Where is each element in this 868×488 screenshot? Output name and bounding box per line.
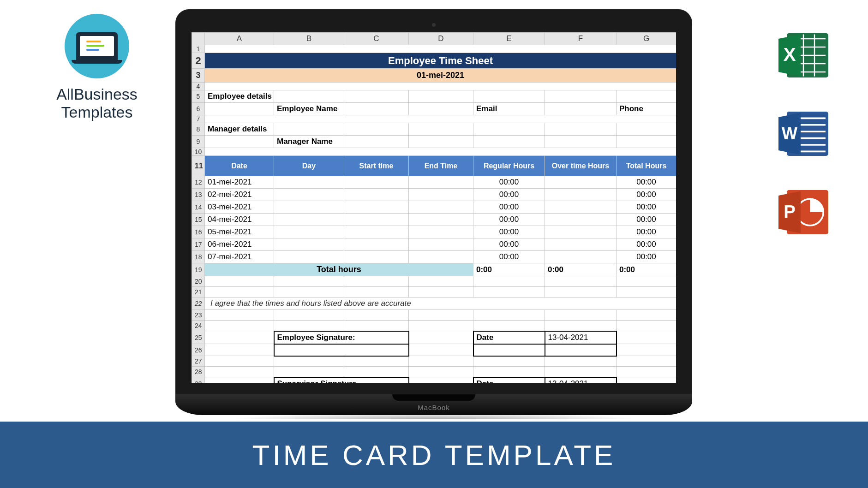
filetype-icons: X W P: [776, 28, 831, 240]
table-row: 1201-mei-202100:0000:00: [192, 176, 676, 189]
spreadsheet-table[interactable]: A B C D E F G 1 2Employee Time Sheet 301…: [192, 32, 676, 383]
bottom-banner: TIME CARD TEMPLATE: [0, 419, 868, 488]
total-total: 0:00: [617, 263, 676, 276]
col-f[interactable]: F: [545, 33, 617, 45]
table-row: 1706-mei-202100:0000:00: [192, 238, 676, 251]
sheet-title: Employee Time Sheet: [205, 53, 676, 69]
col-c[interactable]: C: [344, 33, 409, 45]
table-row: 1605-mei-202100:0000:00: [192, 226, 676, 238]
phone-label: Phone: [617, 103, 676, 115]
supervisor-signature-label[interactable]: Supervisor Signature: [274, 377, 409, 383]
powerpoint-icon: P: [776, 184, 831, 240]
logo-circle-icon: [65, 14, 129, 78]
period-date: 01-mei-2021: [205, 69, 676, 83]
banner-title: TIME CARD TEMPLATE: [252, 439, 616, 471]
svg-text:W: W: [782, 124, 797, 143]
table-row: 1807-mei-202100:0000:00: [192, 251, 676, 263]
svg-text:X: X: [783, 44, 796, 65]
col-g[interactable]: G: [617, 33, 676, 45]
hdr-day: Day: [274, 156, 344, 176]
employee-signature-label[interactable]: Employee Signature:: [274, 331, 409, 344]
brand-line2: Templates: [37, 103, 157, 121]
date-label-1: Date: [473, 331, 545, 344]
email-label: Email: [473, 103, 545, 115]
laptop-mockup: A B C D E F G 1 2Employee Time Sheet 301…: [175, 9, 692, 427]
total-hours-label: Total hours: [205, 263, 473, 276]
col-b[interactable]: B: [274, 33, 344, 45]
spreadsheet-screen: A B C D E F G 1 2Employee Time Sheet 301…: [192, 32, 676, 383]
employee-sig-date[interactable]: 13-04-2021: [545, 331, 617, 344]
brand-line1: AllBusiness: [37, 85, 157, 103]
hdr-regular: Regular Hours: [473, 156, 545, 176]
laptop-base: MacBook: [175, 394, 692, 415]
col-d[interactable]: D: [409, 33, 473, 45]
svg-text:P: P: [784, 202, 796, 221]
excel-icon: X: [776, 28, 831, 83]
date-label-2: Date: [473, 377, 545, 383]
total-regular: 0:00: [473, 263, 545, 276]
hdr-total: Total Hours: [617, 156, 676, 176]
col-a[interactable]: A: [205, 33, 274, 45]
employee-details-label: Employee details: [205, 90, 274, 103]
manager-name-label: Manager Name: [274, 136, 344, 148]
column-headers-row[interactable]: A B C D E F G: [192, 33, 676, 45]
brand-logo: AllBusiness Templates: [37, 14, 157, 121]
word-icon: W: [776, 106, 831, 161]
supervisor-sig-date[interactable]: 13-04-2021: [545, 377, 617, 383]
total-overtime: 0:00: [545, 263, 617, 276]
table-row: 1504-mei-202100:0000:00: [192, 214, 676, 226]
col-e[interactable]: E: [473, 33, 545, 45]
table-row: 1302-mei-202100:0000:00: [192, 189, 676, 201]
hdr-start: Start time: [344, 156, 409, 176]
hdr-end: End Time: [409, 156, 473, 176]
employee-name-label: Employee Name: [274, 103, 344, 115]
table-row: 1403-mei-202100:0000:00: [192, 201, 676, 214]
laptop-brand: MacBook: [175, 404, 692, 411]
brand-name: AllBusiness Templates: [37, 85, 157, 121]
camera-icon: [432, 23, 436, 27]
hdr-overtime: Over time Hours: [545, 156, 617, 176]
hdr-date: Date: [205, 156, 274, 176]
logo-laptop-icon: [76, 32, 118, 60]
manager-details-label: Manager details: [205, 123, 274, 136]
agreement-text: I agree that the times and hours listed …: [205, 298, 676, 310]
